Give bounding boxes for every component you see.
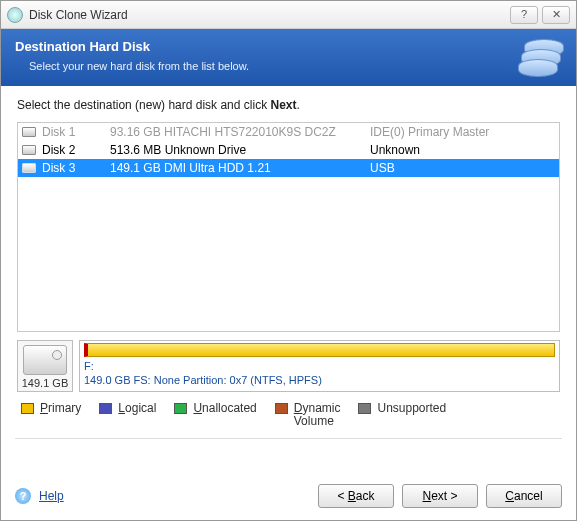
legend-logical-label: ogical [125, 401, 156, 415]
swatch-primary [21, 403, 34, 414]
help-link[interactable]: Help [39, 489, 64, 503]
disk-name: Disk 3 [42, 161, 110, 175]
partition-fs-line: 149.0 GB FS: None Partition: 0x7 (NTFS, … [84, 373, 555, 387]
disk-row[interactable]: Disk 3 149.1 GB DMI Ultra HDD 1.21 USB [18, 159, 559, 177]
legend-primary-label: rimary [48, 401, 81, 415]
close-window-button[interactable]: ✕ [542, 6, 570, 24]
banner: Destination Hard Disk Select your new ha… [1, 29, 576, 86]
titlebar: Disk Clone Wizard ? ✕ [1, 1, 576, 29]
legend-logical: Logical [99, 402, 156, 415]
window-title: Disk Clone Wizard [29, 8, 506, 22]
partition-box[interactable]: F: 149.0 GB FS: None Partition: 0x7 (NTF… [79, 340, 560, 392]
disk-name: Disk 2 [42, 143, 110, 157]
disk-interface: Unknown [370, 143, 555, 157]
wizard-window: Disk Clone Wizard ? ✕ Destination Hard D… [0, 0, 577, 521]
disk-interface: USB [370, 161, 555, 175]
swatch-logical [99, 403, 112, 414]
disk-list[interactable]: Disk 1 93.16 GB HITACHI HTS722010K9S DC2… [17, 122, 560, 332]
disks-icon [518, 39, 564, 77]
cancel-button[interactable]: Cancel [486, 484, 562, 508]
disk-thumbnail: 149.1 GB [17, 340, 73, 392]
help-window-button[interactable]: ? [510, 6, 538, 24]
disk-icon [22, 163, 36, 173]
disk-desc: 149.1 GB DMI Ultra HDD 1.21 [110, 161, 370, 175]
legend-unsupported: Unsupported [358, 402, 446, 415]
footer: ? Help < Back Next > Cancel [1, 474, 576, 520]
legend-dynamic: DynamicVolume [275, 402, 341, 428]
legend-unallocated-label: nallocated [202, 401, 257, 415]
partition-detail: 149.1 GB F: 149.0 GB FS: None Partition:… [17, 340, 560, 392]
swatch-dynamic [275, 403, 288, 414]
disk-name: Disk 1 [42, 125, 110, 139]
disk-interface: IDE(0) Primary Master [370, 125, 555, 139]
disk-row[interactable]: Disk 1 93.16 GB HITACHI HTS722010K9S DC2… [18, 123, 559, 141]
partition-bar [84, 343, 555, 357]
legend-primary: Primary [21, 402, 81, 415]
legend-dynamic-label: ynamic [302, 401, 340, 415]
disk-capacity: 149.1 GB [20, 377, 70, 389]
back-button[interactable]: < Back [318, 484, 394, 508]
legend: Primary Logical Unallocated DynamicVolum… [1, 392, 576, 434]
separator [15, 438, 562, 439]
disk-icon [22, 145, 36, 155]
legend-unallocated: Unallocated [174, 402, 256, 415]
disk-row[interactable]: Disk 2 513.6 MB Unknown Drive Unknown [18, 141, 559, 159]
swatch-unallocated [174, 403, 187, 414]
hdd-icon [23, 345, 67, 375]
instruction-text: Select the destination (new) hard disk a… [1, 86, 576, 122]
partition-drive-letter: F: [84, 359, 555, 373]
swatch-unsupported [358, 403, 371, 414]
disk-desc: 513.6 MB Unknown Drive [110, 143, 370, 157]
banner-subtext: Select your new hard disk from the list … [29, 60, 562, 72]
help-icon[interactable]: ? [15, 488, 31, 504]
banner-heading: Destination Hard Disk [15, 39, 562, 54]
app-icon [7, 7, 23, 23]
next-button[interactable]: Next > [402, 484, 478, 508]
disk-desc: 93.16 GB HITACHI HTS722010K9S DC2Z [110, 125, 370, 139]
legend-unsupported-label: Unsupported [377, 402, 446, 415]
disk-icon [22, 127, 36, 137]
